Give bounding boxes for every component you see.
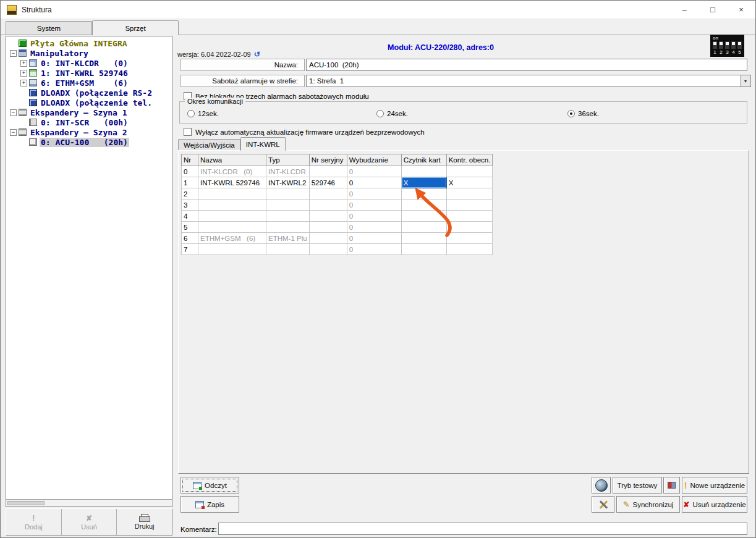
device-cell[interactable]: X — [446, 177, 493, 188]
device-cell[interactable]: INT-KWRL 529746 — [198, 177, 266, 188]
close-button[interactable]: × — [727, 1, 755, 19]
device-cell[interactable] — [446, 233, 493, 244]
expander-minus-icon[interactable]: − — [10, 109, 17, 116]
device-cell[interactable]: 0 — [347, 244, 401, 255]
alarm-indicator-button[interactable] — [663, 477, 680, 494]
device-cell[interactable] — [401, 188, 446, 200]
radio-24sek[interactable]: 24sek. — [376, 110, 408, 117]
maximize-button[interactable]: □ — [699, 1, 727, 19]
main-tabstrip: System Sprzęt — [6, 20, 179, 35]
tree-item[interactable]: −Manipulatory — [6, 48, 172, 58]
test-mode-button[interactable]: Tryb testowy — [613, 477, 662, 494]
device-cell[interactable]: ETHM-1 Plu — [266, 233, 310, 244]
device-cell[interactable] — [401, 244, 446, 255]
device-cell[interactable] — [309, 166, 347, 177]
tree-horizontal-scrollbar[interactable] — [6, 499, 172, 506]
device-cell[interactable] — [198, 244, 266, 255]
device-cell[interactable]: INT-KLCDR — [266, 166, 310, 177]
radio-12sek[interactable]: 12sek. — [187, 110, 219, 117]
radio-icon[interactable] — [376, 110, 384, 117]
device-cell[interactable] — [446, 200, 493, 211]
expander-minus-icon[interactable]: − — [10, 129, 17, 136]
device-cell[interactable] — [401, 233, 446, 244]
tree-item[interactable]: +6: ETHM+GSM (6) — [6, 78, 172, 88]
tools-button[interactable] — [592, 496, 614, 513]
tree-item[interactable]: −Ekspandery – Szyna 1 — [6, 107, 172, 117]
device-cell[interactable]: 0 — [347, 188, 401, 200]
scrollbar-thumb[interactable] — [7, 501, 45, 505]
subtab-wejscia-wyjscia[interactable]: Wejścia/Wyjścia — [178, 139, 240, 150]
comment-input[interactable] — [218, 523, 747, 535]
radio-36sek[interactable]: 36sek. — [567, 110, 599, 117]
device-cell[interactable] — [309, 200, 347, 211]
minimize-button[interactable]: – — [670, 1, 699, 19]
tamper-zone-select[interactable]: 1: Strefa 1 ▼ — [306, 75, 751, 87]
device-cell[interactable] — [446, 222, 493, 233]
subtab-int-kwrl[interactable]: INT-KWRL — [240, 137, 286, 151]
device-cell[interactable] — [309, 244, 347, 255]
write-icon — [195, 501, 204, 508]
sync-button[interactable]: ✎ Synchronizuj — [616, 496, 680, 513]
device-cell[interactable] — [309, 211, 347, 222]
expander-plus-icon[interactable]: + — [20, 70, 27, 77]
device-cell[interactable]: 0 — [347, 233, 401, 244]
firmware-checkbox[interactable] — [184, 128, 192, 136]
device-cell[interactable] — [198, 200, 266, 211]
device-cell[interactable]: 0 — [347, 222, 401, 233]
firmware-checkbox-row: Wyłącz automatyczną aktualizację firmwar… — [184, 128, 425, 136]
test-mode-indicator-button[interactable] — [592, 477, 611, 494]
device-cell[interactable] — [401, 166, 446, 177]
device-cell[interactable] — [266, 200, 310, 211]
device-cell[interactable] — [266, 222, 310, 233]
device-cell[interactable] — [446, 211, 493, 222]
radio-icon[interactable] — [567, 110, 575, 117]
expander-plus-icon[interactable]: + — [20, 80, 27, 86]
device-cell[interactable]: ETHM+GSM (6) — [198, 233, 266, 244]
device-cell[interactable] — [446, 188, 493, 200]
expander-plus-icon[interactable]: + — [20, 60, 27, 67]
device-cell[interactable] — [401, 222, 446, 233]
device-cell[interactable] — [266, 244, 310, 255]
chevron-down-icon[interactable]: ▼ — [740, 75, 750, 86]
tree-item[interactable]: 0: INT-SCR (00h) — [6, 117, 172, 127]
expander-minus-icon[interactable]: − — [10, 50, 17, 57]
dodaj-button[interactable]: !Dodaj — [6, 509, 62, 535]
tree-item[interactable]: −Ekspandery – Szyna 2 — [6, 127, 172, 137]
device-cell[interactable] — [446, 244, 493, 255]
tree-item[interactable]: +1: INT-KWRL 529746 — [6, 68, 172, 78]
drukuj-button[interactable]: Drukuj — [117, 509, 172, 535]
tab-sprzet[interactable]: Sprzęt — [92, 20, 179, 35]
device-cell[interactable]: 0 — [347, 177, 401, 188]
device-cell[interactable] — [266, 211, 310, 222]
remove-device-button[interactable]: ✘ Usuń urządzenie — [682, 496, 747, 513]
tab-system[interactable]: System — [6, 21, 92, 35]
tree-item[interactable]: DLOADX (połączenie RS-2 — [6, 88, 172, 98]
device-cell[interactable] — [309, 222, 347, 233]
device-cell[interactable] — [446, 166, 493, 177]
device-cell[interactable] — [198, 211, 266, 222]
device-cell[interactable]: 0 — [347, 211, 401, 222]
device-cell[interactable] — [309, 188, 347, 200]
device-cell[interactable] — [266, 188, 310, 200]
device-cell[interactable]: 0 — [347, 166, 401, 177]
tree-item[interactable]: +0: INT-KLCDR (0) — [6, 58, 172, 68]
new-device-button[interactable]: ! Nowe urządzenie — [682, 477, 747, 494]
tree-item[interactable]: DLOADX (połączenie tel. — [6, 98, 172, 107]
device-cell[interactable] — [198, 188, 266, 200]
name-input[interactable] — [306, 59, 747, 71]
device-cell[interactable] — [309, 233, 347, 244]
device-cell[interactable] — [401, 211, 446, 222]
device-cell[interactable]: X — [401, 177, 446, 188]
tree-item[interactable]: 0: ACU-100 (20h) — [6, 137, 172, 147]
write-button[interactable]: Zapis — [181, 496, 239, 513]
read-button[interactable]: Odczyt — [181, 477, 239, 494]
device-cell[interactable] — [198, 222, 266, 233]
device-cell[interactable]: INT-KWRL2 — [266, 177, 310, 188]
radio-icon[interactable] — [187, 110, 195, 117]
device-cell[interactable] — [401, 200, 446, 211]
device-cell[interactable]: INT-KLCDR (0) — [198, 166, 266, 177]
device-cell[interactable]: 529746 — [309, 177, 347, 188]
device-cell[interactable]: 0 — [347, 200, 401, 211]
usu-button[interactable]: ✘Usuń — [62, 509, 117, 535]
tree-item[interactable]: Płyta Główna INTEGRA — [6, 38, 172, 48]
